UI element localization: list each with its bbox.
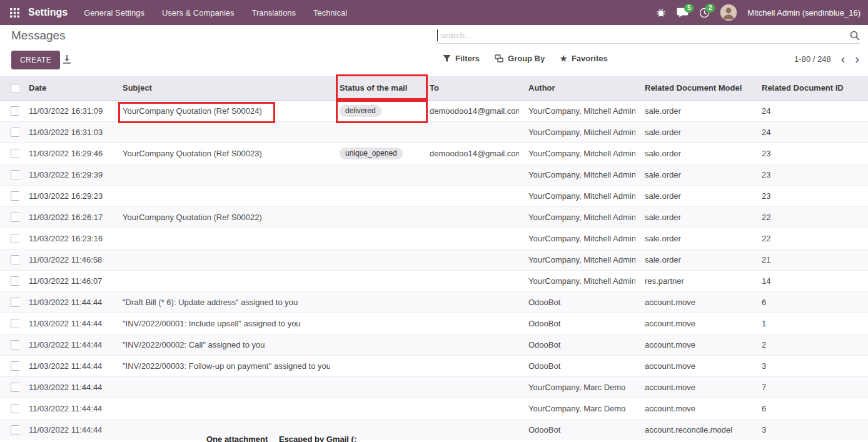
row-checkbox[interactable] — [11, 170, 19, 179]
cell-date[interactable]: 11/03/2022 16:23:16 — [19, 228, 113, 249]
cell-subject[interactable]: YourCompany Quotation (Ref S00024) — [113, 100, 330, 121]
column-header-related-document-model[interactable]: Related Document Model — [635, 76, 752, 100]
cell-model[interactable]: sale.order — [635, 185, 752, 206]
cell-date[interactable]: 11/03/2022 11:44:44 — [19, 376, 113, 398]
cell-to[interactable] — [420, 206, 519, 228]
cell-subject[interactable] — [113, 398, 330, 419]
table-row[interactable]: 11/03/2022 11:44:44"INV/2022/00001: Incl… — [0, 313, 868, 334]
cell-to[interactable] — [420, 313, 519, 334]
cell-author[interactable]: YourCompany, Mitchell Admin — [519, 143, 635, 164]
row-checkbox-cell[interactable] — [0, 185, 19, 206]
column-header-to[interactable]: To — [420, 76, 519, 100]
cell-status[interactable] — [330, 185, 420, 206]
menu-translations[interactable]: Translations — [252, 8, 296, 18]
group-by-button[interactable]: Group By — [495, 54, 545, 63]
cell-author[interactable]: YourCompany, Mitchell Admin — [519, 164, 635, 185]
cell-res-id[interactable]: 3 — [752, 355, 868, 376]
cell-subject[interactable] — [113, 249, 330, 270]
row-checkbox-cell[interactable] — [0, 376, 19, 398]
row-checkbox-cell[interactable] — [0, 291, 19, 313]
cell-author[interactable]: YourCompany, Mitchell Admin — [519, 121, 635, 143]
cell-author[interactable]: OdooBot — [519, 355, 635, 376]
cell-date[interactable]: 11/03/2022 16:29:23 — [19, 185, 113, 206]
cell-author[interactable]: YourCompany, Mitchell Admin — [519, 270, 635, 291]
row-checkbox-cell[interactable] — [0, 419, 19, 440]
cell-date[interactable]: 11/03/2022 11:44:44 — [19, 419, 113, 440]
row-checkbox[interactable] — [11, 425, 19, 434]
cell-res-id[interactable]: 23 — [752, 143, 868, 164]
cell-res-id[interactable]: 6 — [752, 398, 868, 419]
cell-to[interactable] — [420, 270, 519, 291]
cell-model[interactable]: sale.order — [635, 249, 752, 270]
cell-res-id[interactable]: 24 — [752, 121, 868, 143]
cell-to[interactable] — [420, 355, 519, 376]
cell-subject[interactable] — [113, 376, 330, 398]
row-checkbox[interactable] — [11, 234, 19, 243]
row-checkbox[interactable] — [11, 213, 19, 222]
cell-author[interactable]: OdooBot — [519, 291, 635, 313]
cell-subject[interactable] — [113, 164, 330, 185]
cell-status[interactable]: delivered — [330, 100, 420, 121]
debug-button[interactable] — [656, 8, 666, 18]
row-checkbox[interactable] — [11, 340, 19, 349]
search-icon[interactable] — [850, 31, 860, 41]
cell-to[interactable] — [420, 185, 519, 206]
cell-to[interactable] — [420, 376, 519, 398]
search-input[interactable] — [439, 30, 846, 41]
pager-previous-button[interactable]: ‹ — [841, 54, 845, 64]
cell-subject[interactable]: "INV/2022/00001: Include upsell" assigne… — [113, 313, 330, 334]
table-row[interactable]: 11/03/2022 16:31:03YourCompany, Mitchell… — [0, 121, 868, 143]
cell-subject[interactable]: YourCompany Quotation (Ref S00022) — [113, 206, 330, 228]
cell-status[interactable] — [330, 291, 420, 313]
user-name[interactable]: Mitchell Admin (sendinblue_16) — [747, 8, 860, 18]
cell-date[interactable]: 11/03/2022 11:44:44 — [19, 355, 113, 376]
row-checkbox-cell[interactable] — [0, 334, 19, 355]
cell-date[interactable]: 11/03/2022 16:26:17 — [19, 206, 113, 228]
row-checkbox-cell[interactable] — [0, 313, 19, 334]
cell-date[interactable]: 11/03/2022 16:29:39 — [19, 164, 113, 185]
cell-author[interactable]: YourCompany, Mitchell Admin — [519, 185, 635, 206]
column-header-subject[interactable]: Subject — [113, 76, 330, 100]
cell-author[interactable]: OdooBot — [519, 313, 635, 334]
table-row[interactable]: 11/03/2022 11:46:58YourCompany, Mitchell… — [0, 249, 868, 270]
activities-button[interactable]: 2 — [699, 8, 710, 18]
cell-status[interactable] — [330, 206, 420, 228]
cell-model[interactable]: account.move — [635, 291, 752, 313]
cell-subject[interactable] — [113, 270, 330, 291]
cell-subject[interactable]: YourCompany Quotation (Ref S00023) — [113, 143, 330, 164]
row-checkbox[interactable] — [11, 383, 19, 392]
filters-button[interactable]: Filters — [443, 54, 480, 63]
cell-model[interactable]: sale.order — [635, 143, 752, 164]
cell-res-id[interactable]: 22 — [752, 228, 868, 249]
cell-author[interactable]: OdooBot — [519, 419, 635, 440]
cell-to[interactable] — [420, 419, 519, 440]
create-button[interactable]: CREATE — [11, 51, 60, 69]
row-checkbox[interactable] — [11, 128, 19, 137]
cell-author[interactable]: YourCompany, Mitchell Admin — [519, 249, 635, 270]
row-checkbox-cell[interactable] — [0, 228, 19, 249]
cell-author[interactable]: YourCompany, Mitchell Admin — [519, 228, 635, 249]
cell-to[interactable] — [420, 249, 519, 270]
cell-model[interactable]: account.move — [635, 398, 752, 419]
cell-status[interactable] — [330, 270, 420, 291]
cell-date[interactable]: 11/03/2022 16:31:09 — [19, 100, 113, 121]
cell-to[interactable] — [420, 334, 519, 355]
user-menu[interactable] — [720, 4, 737, 21]
table-row[interactable]: 11/03/2022 16:31:09YourCompany Quotation… — [0, 100, 868, 121]
pager-next-button[interactable]: › — [855, 54, 859, 64]
cell-date[interactable]: 11/03/2022 11:44:44 — [19, 313, 113, 334]
table-row[interactable]: 11/03/2022 16:29:23YourCompany, Mitchell… — [0, 185, 868, 206]
cell-date[interactable]: 11/03/2022 11:46:07 — [19, 270, 113, 291]
cell-date[interactable]: 11/03/2022 11:44:44 — [19, 291, 113, 313]
table-row-partial[interactable]: One attachment Escaped by Gmail (: — [206, 434, 356, 442]
row-checkbox-cell[interactable] — [0, 143, 19, 164]
cell-to[interactable] — [420, 228, 519, 249]
cell-model[interactable]: sale.order — [635, 121, 752, 143]
row-checkbox-cell[interactable] — [0, 398, 19, 419]
messages-button[interactable]: 5 — [677, 8, 689, 18]
cell-date[interactable]: 11/03/2022 16:29:46 — [19, 143, 113, 164]
cell-model[interactable]: account.move — [635, 355, 752, 376]
cell-to[interactable]: demoodoo14@gmail.com — [420, 143, 519, 164]
cell-author[interactable]: YourCompany, Marc Demo — [519, 398, 635, 419]
cell-model[interactable]: res.partner — [635, 270, 752, 291]
